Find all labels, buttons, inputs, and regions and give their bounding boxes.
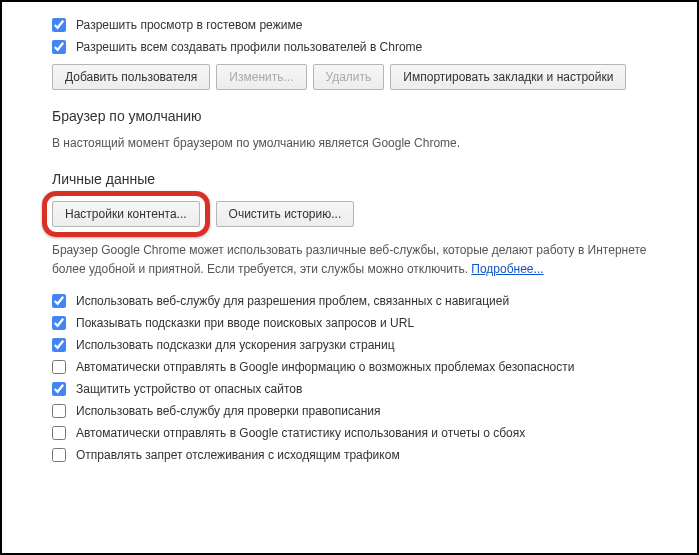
privacy-checkbox-5[interactable] [52,404,66,418]
clear-history-button[interactable]: Очистить историю... [216,201,355,227]
import-bookmarks-button[interactable]: Импортировать закладки и настройки [390,64,626,90]
privacy-label-1: Показывать подсказки при вводе поисковых… [76,316,414,330]
allow-profiles-row: Разрешить всем создавать профили пользов… [52,40,647,54]
edit-user-button[interactable]: Изменить... [216,64,306,90]
personal-data-buttons: Настройки контента... Очистить историю..… [52,201,647,227]
privacy-check-5: Использовать веб-службу для проверки пра… [52,404,647,418]
privacy-label-4: Защитить устройство от опасных сайтов [76,382,302,396]
guest-mode-checkbox[interactable] [52,18,66,32]
privacy-checkbox-4[interactable] [52,382,66,396]
delete-user-button[interactable]: Удалить [313,64,385,90]
content-settings-highlight: Настройки контента... [52,201,200,227]
privacy-checkbox-2[interactable] [52,338,66,352]
privacy-checkbox-3[interactable] [52,360,66,374]
privacy-desc: Браузер Google Chrome может использовать… [52,241,647,279]
privacy-label-6: Автоматически отправлять в Google статис… [76,426,525,440]
privacy-check-1: Показывать подсказки при вводе поисковых… [52,316,647,330]
privacy-check-3: Автоматически отправлять в Google информ… [52,360,647,374]
content-settings-button[interactable]: Настройки контента... [52,201,200,227]
allow-profiles-checkbox[interactable] [52,40,66,54]
privacy-label-5: Использовать веб-службу для проверки пра… [76,404,380,418]
privacy-checkbox-6[interactable] [52,426,66,440]
allow-profiles-label: Разрешить всем создавать профили пользов… [76,40,422,54]
privacy-label-7: Отправлять запрет отслеживания с исходящ… [76,448,400,462]
privacy-check-7: Отправлять запрет отслеживания с исходящ… [52,448,647,462]
personal-data-heading: Личные данные [52,171,647,187]
learn-more-link[interactable]: Подробнее... [471,262,543,276]
guest-mode-row: Разрешить просмотр в гостевом режиме [52,18,647,32]
privacy-check-4: Защитить устройство от опасных сайтов [52,382,647,396]
privacy-check-6: Автоматически отправлять в Google статис… [52,426,647,440]
privacy-check-0: Использовать веб-службу для разрешения п… [52,294,647,308]
add-user-button[interactable]: Добавить пользователя [52,64,210,90]
privacy-checkbox-1[interactable] [52,316,66,330]
default-browser-heading: Браузер по умолчанию [52,108,647,124]
privacy-label-2: Использовать подсказки для ускорения заг… [76,338,395,352]
privacy-label-3: Автоматически отправлять в Google информ… [76,360,574,374]
privacy-check-2: Использовать подсказки для ускорения заг… [52,338,647,352]
default-browser-desc: В настоящий момент браузером по умолчани… [52,134,647,153]
privacy-checkbox-0[interactable] [52,294,66,308]
user-buttons-row: Добавить пользователя Изменить... Удалит… [52,64,647,90]
guest-mode-label: Разрешить просмотр в гостевом режиме [76,18,302,32]
privacy-checkbox-7[interactable] [52,448,66,462]
privacy-desc-text: Браузер Google Chrome может использовать… [52,243,647,276]
privacy-label-0: Использовать веб-службу для разрешения п… [76,294,509,308]
